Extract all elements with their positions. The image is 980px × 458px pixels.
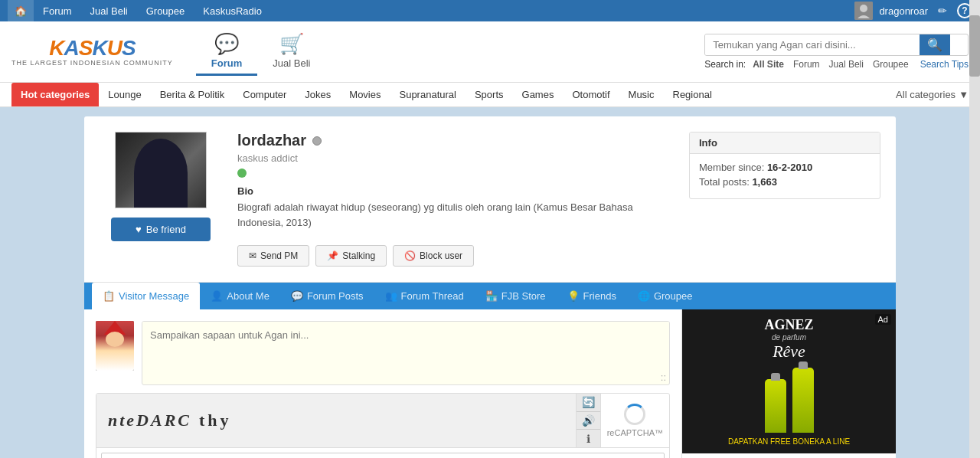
cat-music[interactable]: Music	[619, 83, 664, 106]
ad-promo-text: DAPATKAN FREE BONEKA A LINE	[728, 437, 850, 446]
block-user-button[interactable]: 🚫 Block user	[393, 245, 474, 267]
forum-tab-icon: 💬	[214, 32, 239, 56]
top-nav-kaskusradio[interactable]: KaskusRadio	[194, 0, 271, 21]
action-buttons: ✉ Send PM 📌 Stalking 🚫 Block user	[237, 245, 674, 267]
top-nav-groupee[interactable]: Groupee	[137, 0, 194, 21]
cat-games[interactable]: Games	[513, 83, 564, 106]
header-tab-jualbeli[interactable]: 🛒 Jual Beli	[257, 28, 325, 76]
search-opt-forum[interactable]: Forum	[791, 59, 822, 70]
tab-content: :: nteDARC thy 🔄 🔊 ℹ	[84, 309, 896, 458]
cat-lounge[interactable]: Lounge	[99, 83, 150, 106]
cat-hot-categories[interactable]: Hot categories	[11, 83, 99, 106]
visitor-message-tab-icon: 📋	[103, 290, 115, 302]
cat-jokes[interactable]: Jokes	[296, 83, 340, 106]
block-user-label: Block user	[420, 250, 462, 261]
profile-section: ♥ Be friend lordazhar kaskus addict Bio …	[84, 116, 896, 283]
cat-regional[interactable]: Regional	[664, 83, 721, 106]
top-nav-right: dragonroar ✏ ?	[854, 2, 972, 20]
home-icon: 🏠	[15, 5, 27, 17]
pm-icon: ✉	[249, 250, 256, 261]
stalking-button[interactable]: 📌 Stalking	[315, 245, 387, 267]
cat-berita[interactable]: Berita & Politik	[151, 83, 234, 106]
ad-bottle-2	[792, 368, 814, 433]
about-me-tab-icon: 👤	[211, 290, 223, 302]
ad-label: Ad	[875, 314, 891, 325]
avatar-image	[116, 132, 206, 208]
send-pm-label: Send PM	[260, 250, 298, 261]
search-opt-groupee[interactable]: Groupee	[871, 59, 911, 70]
cat-sports[interactable]: Sports	[466, 83, 513, 106]
groupee-tab-label: Groupee	[654, 290, 693, 302]
bio-label: Bio	[237, 185, 674, 197]
category-navigation: Hot categories Lounge Berita & Politik C…	[0, 83, 980, 107]
search-button[interactable]: 🔍	[920, 34, 950, 55]
ad-bottle-1	[765, 379, 786, 433]
tab-about-me[interactable]: 👤 About Me	[200, 283, 280, 309]
visitor-message-textarea[interactable]	[142, 322, 669, 368]
scrollbar[interactable]	[969, 0, 980, 458]
search-input[interactable]	[705, 34, 920, 55]
all-categories-dropdown[interactable]: All categories ▼	[896, 89, 969, 100]
captcha-text: nteDARC	[108, 411, 191, 430]
captcha-input[interactable]	[101, 453, 665, 458]
captcha-logo-area: reCAPTCHA™	[601, 394, 669, 447]
cat-supranatural[interactable]: Supranatural	[390, 83, 465, 106]
cat-otomotif[interactable]: Otomotif	[563, 83, 619, 106]
block-icon: 🚫	[404, 250, 416, 261]
captcha-help-button[interactable]: ℹ	[577, 430, 600, 447]
cat-movies[interactable]: Movies	[340, 83, 390, 106]
top-nav-jualbeli[interactable]: Jual Beli	[81, 0, 137, 21]
fjb-store-tab-icon: 🏪	[485, 290, 498, 302]
tab-visitor-message[interactable]: 📋 Visitor Message	[92, 283, 200, 309]
stalking-icon: 📌	[327, 250, 338, 261]
header-tab-forum[interactable]: 💬 Forum	[196, 28, 257, 76]
edit-icon[interactable]: ✏	[934, 2, 951, 19]
captcha-logo-spinner	[624, 404, 645, 425]
avatar-silhouette	[134, 139, 188, 208]
tab-fjb-store[interactable]: 🏪 FJB Store	[475, 283, 557, 309]
search-options: Search in: All Site Forum Jual Beli Grou…	[704, 59, 969, 70]
search-opt-jualbeli[interactable]: Jual Beli	[827, 59, 866, 70]
cat-computer[interactable]: Computer	[234, 83, 296, 106]
offline-status-indicator	[312, 136, 322, 146]
ad-sub-brand: de parfum	[772, 333, 806, 342]
ad-product: Rêve	[773, 342, 805, 361]
info-box: Info Member since: 16-2-2010 Total posts…	[689, 132, 880, 199]
captcha-text2: thy	[199, 411, 232, 430]
search-opt-allsite[interactable]: All Site	[750, 59, 786, 70]
be-friend-button[interactable]: ♥ Be friend	[111, 218, 211, 241]
home-button[interactable]: 🏠	[8, 0, 34, 21]
send-pm-button[interactable]: ✉ Send PM	[237, 245, 309, 267]
tab-groupee[interactable]: 🌐 Groupee	[627, 283, 704, 309]
profile-tabs: 📋 Visitor Message 👤 About Me 💬 Forum Pos…	[84, 283, 896, 309]
heart-icon: ♥	[136, 224, 142, 235]
stalking-label: Stalking	[342, 250, 375, 261]
forum-posts-tab-icon: 💬	[291, 290, 303, 302]
logo-subtitle: THE LARGEST INDONESIAN COMMUNITY	[11, 59, 173, 67]
friends-tab-icon: 💡	[567, 290, 580, 302]
username-display: lordazhar	[237, 132, 306, 149]
username-label: dragonroar	[879, 5, 928, 17]
forum-posts-tab-label: Forum Posts	[307, 290, 364, 302]
captcha-audio-button[interactable]: 🔊	[577, 412, 600, 430]
tab-friends[interactable]: 💡 Friends	[557, 283, 627, 309]
member-since-label: Member since:	[699, 162, 764, 173]
scrollbar-thumb[interactable]	[969, 15, 980, 77]
visitor-input-row: ::	[96, 321, 670, 393]
captcha-refresh-button[interactable]: 🔄	[577, 394, 600, 412]
all-categories-label: All categories	[896, 89, 956, 100]
tab-forum-posts[interactable]: 💬 Forum Posts	[280, 283, 374, 309]
jualbeli-tab-icon: 🛒	[279, 32, 304, 56]
chevron-down-icon: ▼	[959, 89, 969, 100]
top-nav-forum[interactable]: Forum	[34, 0, 81, 21]
total-posts-row: Total posts: 1,663	[699, 176, 871, 188]
member-since-row: Member since: 16-2-2010	[699, 162, 871, 173]
logo[interactable]: KASKUS THE LARGEST INDONESIAN COMMUNITY	[11, 38, 173, 67]
tab-forum-thread[interactable]: 👥 Forum Thread	[374, 283, 475, 309]
online-indicator	[237, 168, 247, 178]
search-tips-link[interactable]: Search Tips	[920, 59, 969, 70]
tab-main: :: nteDARC thy 🔄 🔊 ℹ	[84, 309, 681, 458]
visitor-textarea-wrap: ::	[142, 321, 670, 385]
ad-bottles	[765, 368, 814, 433]
bottle-cap-1	[771, 373, 780, 381]
